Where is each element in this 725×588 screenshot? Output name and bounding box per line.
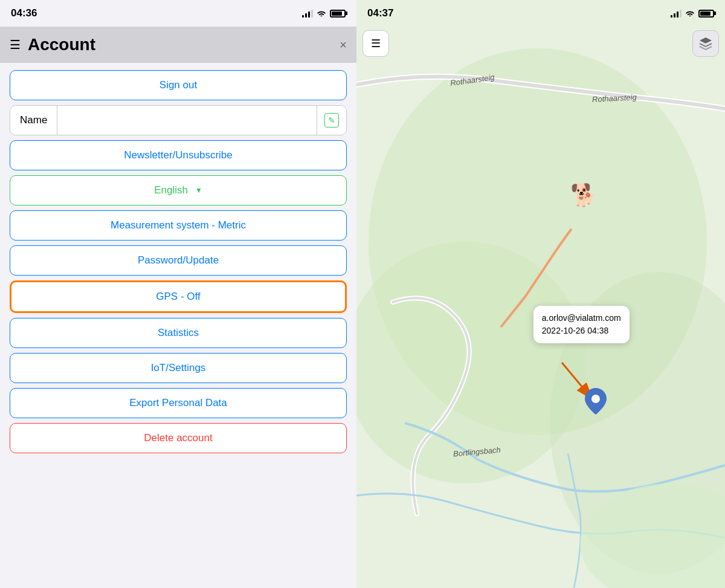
name-label: Name [10,106,57,135]
layers-icon [692,30,719,57]
map-menu-button[interactable]: ☰ [362,30,389,57]
name-input[interactable] [57,106,317,135]
measurement-system-button[interactable]: Measurement system - Metric [10,210,347,241]
newsletter-button[interactable]: Newsletter/Unsubscribe [10,140,347,170]
sign-out-button[interactable]: Sign out [10,70,347,100]
map-layers-button[interactable] [692,30,719,57]
account-title: Account [28,35,332,54]
close-button[interactable]: × [340,38,347,52]
password-update-button[interactable]: Password/Update [10,245,347,276]
statistics-button[interactable]: Statistics [10,318,347,348]
left-panel: 04:36 ☰ Account × Sign out Name [0,0,356,588]
hamburger-icon[interactable]: ☰ [10,37,21,52]
status-icons-left [302,8,346,18]
iot-settings-button[interactable]: IoT/Settings [10,353,347,383]
menu-content: Sign out Name ✎ Newsletter/Unsubscribe E… [0,63,356,588]
popup-datetime: 2022-10-26 04:38 [542,325,621,337]
map-background [356,0,725,588]
edit-icon: ✎ [324,113,339,128]
svg-point-7 [591,395,600,403]
battery-icon-right [698,10,714,18]
signal-icon-right [671,9,682,18]
wifi-icon-right [685,8,695,19]
right-panel: 04:37 ☰ Ro [356,0,725,588]
gps-button[interactable]: GPS - Off [10,280,347,313]
time-left: 04:36 [11,7,37,19]
delete-account-button[interactable]: Delete account [10,423,347,453]
status-bar-left: 04:36 [0,0,356,27]
signal-icon [302,9,313,18]
account-header: ☰ Account × [0,27,356,63]
map-pin [585,388,607,417]
language-button[interactable]: English ▼ [10,175,347,205]
status-icons-right [671,8,714,19]
name-row: Name ✎ [10,105,347,135]
wifi-icon [317,8,326,18]
status-bar-right: 04:37 [356,0,725,27]
export-data-button[interactable]: Export Personal Data [10,388,347,418]
edit-name-button[interactable]: ✎ [317,106,346,135]
dropdown-arrow-icon: ▼ [195,186,202,195]
time-right: 04:37 [367,7,393,19]
battery-icon [330,10,346,18]
popup-email: a.orlov@vialatm.com [542,312,621,325]
info-popup: a.orlov@vialatm.com 2022-10-26 04:38 [533,306,630,343]
dog-icon: 🐕 [570,183,598,208]
